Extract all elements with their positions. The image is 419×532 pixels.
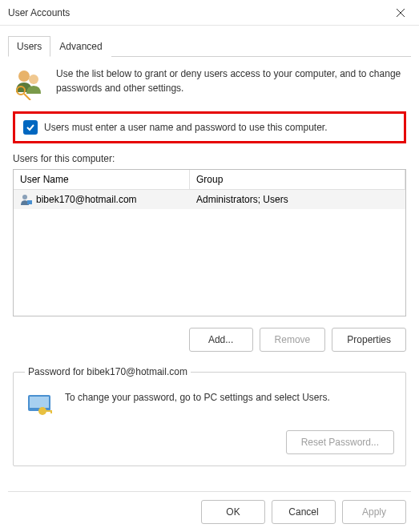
require-login-label: Users must enter a user name and passwor… <box>44 122 328 133</box>
intro-text: Use the list below to grant or deny user… <box>56 66 406 100</box>
table-row[interactable]: bibek170@hotmail.com Administrators; Use… <box>14 190 405 209</box>
password-section-title: Password for bibek170@hotmail.com <box>25 366 191 377</box>
svg-point-7 <box>38 407 46 415</box>
user-icon <box>20 193 33 206</box>
users-icon <box>13 66 46 100</box>
close-icon <box>397 9 405 17</box>
properties-button[interactable]: Properties <box>332 328 406 352</box>
reset-password-button[interactable]: Reset Password... <box>286 430 394 454</box>
password-section-text: To change your password, go to PC settin… <box>65 390 330 419</box>
ok-button[interactable]: OK <box>201 500 265 524</box>
svg-point-1 <box>29 75 38 84</box>
tab-advanced[interactable]: Advanced <box>50 36 111 57</box>
users-table: User Name Group bibek170@hotmail.com Adm… <box>13 169 406 316</box>
column-header-group[interactable]: Group <box>190 170 405 189</box>
close-button[interactable] <box>382 0 419 26</box>
table-header: User Name Group <box>14 170 405 190</box>
remove-button[interactable]: Remove <box>260 328 326 352</box>
tab-strip: Users Advanced <box>0 26 419 57</box>
user-name-cell: bibek170@hotmail.com <box>36 194 137 205</box>
key-icon <box>25 390 54 419</box>
user-group-cell: Administrators; Users <box>190 190 405 209</box>
svg-point-0 <box>18 71 30 82</box>
require-login-checkbox[interactable]: Users must enter a user name and passwor… <box>23 120 396 135</box>
apply-button[interactable]: Apply <box>342 500 406 524</box>
svg-rect-6 <box>30 397 49 408</box>
highlight-box: Users must enter a user name and passwor… <box>13 111 406 143</box>
titlebar: User Accounts <box>0 0 419 26</box>
window-title: User Accounts <box>8 7 70 18</box>
tab-panel-users: Use the list below to grant or deny user… <box>0 57 419 491</box>
svg-point-3 <box>22 195 27 200</box>
column-header-name[interactable]: User Name <box>14 170 190 189</box>
svg-rect-4 <box>27 200 32 204</box>
svg-rect-9 <box>50 410 52 413</box>
password-section: Password for bibek170@hotmail.com To cha… <box>13 366 406 466</box>
tab-users[interactable]: Users <box>8 36 50 57</box>
user-accounts-window: User Accounts Users Advanced Use the lis… <box>0 0 419 532</box>
cancel-button[interactable]: Cancel <box>272 500 336 524</box>
dialog-footer: OK Cancel Apply <box>0 492 419 532</box>
users-list-label: Users for this computer: <box>13 153 406 164</box>
add-button[interactable]: Add... <box>189 328 253 352</box>
checkbox-icon <box>23 120 38 135</box>
